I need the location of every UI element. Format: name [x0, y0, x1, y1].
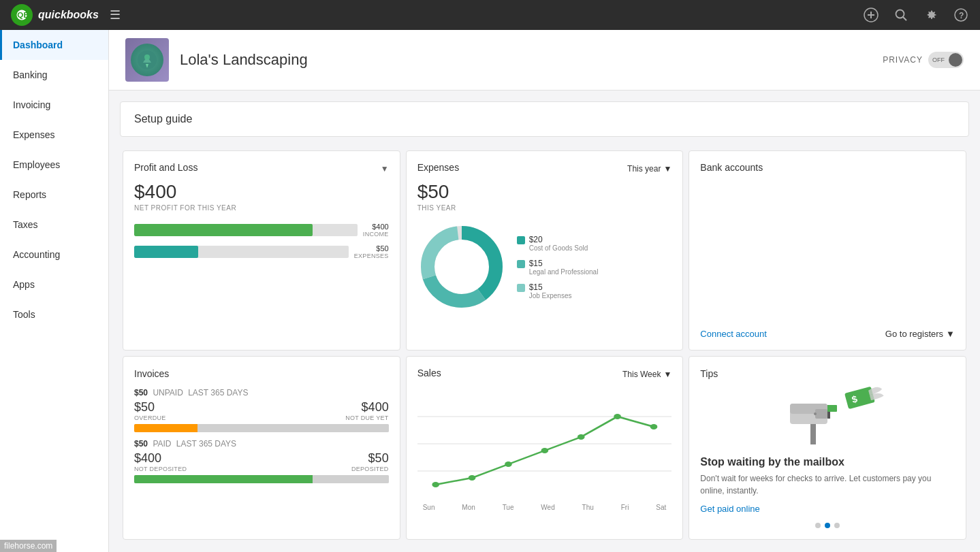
help-icon[interactable]: ? — [953, 7, 969, 23]
expenses-bar-fill — [134, 246, 198, 258]
overdue-fill — [134, 424, 197, 432]
svg-point-10 — [144, 54, 150, 60]
invoices-unpaid-period: LAST 365 DAYS — [188, 388, 248, 397]
sales-line-chart — [417, 389, 672, 498]
invoices-unpaid-label: UNPAID — [153, 388, 183, 397]
profit-loss-title: Profit and Loss — [134, 162, 197, 173]
svg-point-20 — [468, 475, 475, 481]
svg-point-19 — [432, 482, 439, 487]
sidebar-item-apps[interactable]: Apps — [0, 270, 108, 299]
legend-amount-2: $15 — [529, 282, 572, 292]
profit-loss-bars: $400 INCOME $50 EXPENSES — [134, 223, 389, 259]
sales-header: Sales This Week ▼ — [417, 368, 672, 381]
svg-text:QB: QB — [17, 10, 29, 19]
invoices-paid-amount: $50 — [134, 439, 148, 449]
profit-loss-card: Profit and Loss ▼ $400 NET PROFIT FOR TH… — [123, 150, 400, 351]
svg-point-25 — [650, 424, 657, 429]
tips-link[interactable]: Get paid online — [700, 504, 759, 514]
sidebar-item-employees[interactable]: Employees — [0, 150, 108, 180]
carousel-dot-0[interactable] — [815, 523, 821, 528]
svg-point-15 — [436, 241, 488, 293]
settings-icon[interactable] — [923, 7, 939, 23]
invoices-paid-label: PAID — [153, 439, 171, 449]
expenses-title: Expenses — [417, 162, 459, 173]
deposited-fill — [313, 475, 389, 483]
svg-point-24 — [614, 414, 621, 419]
income-amount: $400 — [363, 223, 389, 231]
sidebar-item-accounting[interactable]: Accounting — [0, 240, 108, 270]
x-label-mon: Mon — [462, 504, 475, 511]
profit-loss-subtitle: NET PROFIT FOR THIS YEAR — [134, 204, 389, 212]
filehorse-watermark: filehorse.com — [0, 540, 57, 552]
svg-rect-26 — [810, 421, 816, 444]
sales-title: Sales — [417, 368, 441, 378]
income-bar-row: $400 INCOME — [134, 223, 389, 238]
expenses-bar-container — [134, 246, 349, 258]
dashboard-grid: Profit and Loss ▼ $400 NET PROFIT FOR TH… — [109, 148, 980, 552]
goto-registers-button[interactable]: Go to registers ▼ — [885, 329, 955, 339]
legend-item-2: $15 Job Expenses — [517, 282, 599, 299]
company-header: Lola's Landscaping PRIVACY OFF — [109, 30, 980, 91]
svg-point-22 — [541, 448, 548, 453]
hamburger-menu[interactable]: ☰ — [107, 7, 123, 23]
search-icon[interactable] — [893, 7, 909, 23]
profit-loss-dropdown[interactable]: ▼ — [381, 164, 389, 174]
expenses-amount: $50 — [417, 181, 672, 203]
donut-legend: $20 Cost of Goods Sold $15 Legal and Pro… — [517, 235, 599, 299]
expenses-donut: $20 Cost of Goods Sold $15 Legal and Pro… — [417, 223, 672, 311]
invoice-deposited-amounts: $400 NOT DEPOSITED $50 DEPOSITED — [134, 451, 389, 472]
not-due-fill — [197, 424, 388, 432]
bank-card-inner: Bank accounts Connect account Go to regi… — [700, 162, 955, 339]
toggle-off-label: OFF — [932, 56, 945, 63]
legend-dot-2 — [517, 284, 525, 292]
svg-rect-29 — [815, 409, 827, 419]
x-label-tue: Tue — [503, 504, 514, 511]
profit-loss-header: Profit and Loss ▼ — [134, 162, 389, 176]
expenses-period-selector[interactable]: This year ▼ — [627, 164, 671, 174]
invoices-card: Invoices $50 UNPAID LAST 365 DAYS $50 OV… — [123, 356, 400, 540]
sales-card: Sales This Week ▼ — [406, 356, 684, 540]
privacy-toggle[interactable]: PRIVACY OFF — [883, 52, 964, 68]
toggle-knob — [949, 53, 962, 67]
bank-accounts-title: Bank accounts — [700, 162, 955, 173]
sales-period-selector[interactable]: This Week ▼ — [622, 370, 671, 379]
setup-guide-banner[interactable]: Setup guide — [120, 101, 969, 137]
legend-label-2: Job Expenses — [529, 292, 572, 299]
sidebar-item-dashboard[interactable]: Dashboard — [0, 30, 108, 60]
invoices-title: Invoices — [134, 368, 169, 379]
connect-account-link[interactable]: Connect account — [700, 329, 767, 339]
legend-amount-1: $15 — [529, 259, 599, 268]
privacy-switch[interactable]: OFF — [928, 52, 964, 68]
income-bar-labels: $400 INCOME — [363, 223, 389, 238]
income-bar-container — [134, 224, 358, 236]
sidebar-item-tools[interactable]: Tools — [0, 299, 108, 329]
sales-x-labels: Sun Mon Tue Wed Thu Fri Sat — [417, 504, 672, 511]
invoices-paid-period: LAST 365 DAYS — [176, 439, 236, 449]
invoice-overdue-amounts: $50 OVERDUE $400 NOT DUE YET — [134, 400, 389, 421]
add-icon[interactable] — [863, 7, 879, 23]
svg-rect-32 — [827, 405, 837, 412]
carousel-dot-2[interactable] — [834, 523, 840, 528]
legend-dot-1 — [517, 260, 525, 268]
content-area: Lola's Landscaping PRIVACY OFF Setup gui… — [109, 30, 980, 552]
legend-label-0: Cost of Goods Sold — [529, 244, 588, 252]
sidebar-item-invoicing[interactable]: Invoicing — [0, 90, 108, 120]
expenses-card: Expenses This year ▼ $50 THIS YEAR — [406, 150, 684, 351]
sidebar-item-taxes[interactable]: Taxes — [0, 210, 108, 240]
not-due-label: NOT DUE YET — [345, 415, 388, 421]
overdue-progress-bar — [134, 424, 389, 432]
income-bar-fill — [134, 224, 313, 236]
svg-line-6 — [903, 17, 906, 20]
legend-dot-0 — [517, 236, 525, 244]
expenses-label: EXPENSES — [354, 253, 389, 259]
sidebar-item-reports[interactable]: Reports — [0, 180, 108, 210]
carousel-dot-1[interactable] — [825, 523, 830, 528]
not-due-amount: $400 — [345, 400, 388, 415]
sidebar-item-banking[interactable]: Banking — [0, 60, 108, 90]
sidebar-item-expenses[interactable]: Expenses — [0, 120, 108, 150]
income-label: INCOME — [363, 231, 389, 238]
navbar-right: ? — [863, 7, 969, 23]
invoices-paid-section: $50 PAID LAST 365 DAYS $400 NOT DEPOSITE… — [134, 439, 389, 483]
overdue-label: OVERDUE — [134, 415, 166, 421]
svg-point-30 — [814, 412, 817, 415]
